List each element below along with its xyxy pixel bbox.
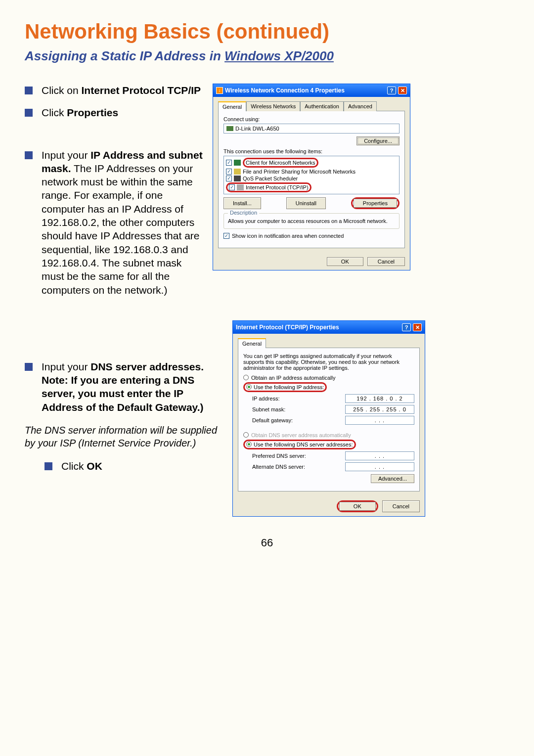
list-item[interactable]: ✓ Client for Microsoft Networks xyxy=(225,157,398,168)
uninstall-button[interactable]: Uninstall xyxy=(286,197,326,209)
window-icon: ↓ xyxy=(216,87,223,94)
alt-dns-label: Alternate DNS server: xyxy=(252,464,321,470)
pref-dns-label: Preferred DNS server: xyxy=(252,453,321,459)
ok-button[interactable]: OK xyxy=(339,502,376,511)
subnet-input[interactable]: 255 . 255 . 255 . 0 xyxy=(345,405,414,414)
tcpip-icon xyxy=(237,184,244,190)
checkbox-icon[interactable]: ✓ xyxy=(226,160,232,166)
tab-authentication[interactable]: Authentication xyxy=(300,101,344,111)
subnet-label: Subnet mask: xyxy=(252,406,321,412)
connection-properties-dialog: ↓ Wireless Network Connection 4 Properti… xyxy=(213,84,410,270)
tab-wireless-networks[interactable]: Wireless Networks xyxy=(246,101,300,111)
subtitle-underline: Windows XP/2000 xyxy=(224,48,334,63)
tab-general[interactable]: General xyxy=(238,338,266,348)
radio-auto-ip[interactable] xyxy=(243,375,249,380)
help-button[interactable]: ? xyxy=(402,323,411,331)
pref-dns-input[interactable]: . . . xyxy=(345,451,414,460)
bullet-1: Click on Internet Protocol TCP/IP xyxy=(42,84,203,97)
description-text: Allows your computer to access resources… xyxy=(228,218,395,224)
checkbox-icon[interactable]: ✓ xyxy=(226,176,232,181)
subtitle-prefix: Assigning a Static IP Address in xyxy=(25,48,224,63)
ip-input[interactable]: 192 . 168 . 0 . 2 xyxy=(345,394,414,403)
printer-icon xyxy=(234,169,241,175)
page-title: Networking Basics (continued) xyxy=(25,20,509,44)
ip-label: IP address: xyxy=(252,396,321,401)
show-icon-label: Show icon in notification area when conn… xyxy=(232,233,344,239)
cancel-button[interactable]: Cancel xyxy=(382,500,420,512)
show-icon-checkbox[interactable]: ✓ xyxy=(223,233,229,239)
bullet-5: Click OK xyxy=(61,459,222,473)
window-title: Internet Protocol (TCP/IP) Properties xyxy=(236,324,400,331)
tab-advanced[interactable]: Advanced xyxy=(344,101,377,111)
alt-dns-input[interactable]: . . . xyxy=(345,462,414,471)
ok-button[interactable]: OK xyxy=(327,257,363,266)
list-item[interactable]: ✓ QoS Packet Scheduler xyxy=(225,175,398,182)
adapter-icon xyxy=(226,126,233,131)
radio-use-ip[interactable] xyxy=(246,384,252,390)
italic-note: The DNS server information will be suppl… xyxy=(25,424,222,449)
configure-button[interactable]: Configure... xyxy=(356,136,400,145)
bullet-icon xyxy=(44,462,52,470)
description-legend: Description xyxy=(228,210,259,216)
qos-icon xyxy=(234,176,241,181)
use-ip-label: Use the following IP address: xyxy=(254,384,324,390)
list-item[interactable]: ✓ File and Printer Sharing for Microsoft… xyxy=(225,168,398,175)
tab-general[interactable]: General xyxy=(218,101,246,111)
checkbox-icon[interactable]: ✓ xyxy=(226,169,232,175)
page-subtitle: Assigning a Static IP Address in Windows… xyxy=(25,48,509,64)
adapter-field: D-Link DWL-A650 xyxy=(223,124,400,133)
client-icon xyxy=(234,160,241,166)
cancel-button[interactable]: Cancel xyxy=(367,257,405,266)
install-button[interactable]: Install... xyxy=(223,197,261,209)
advanced-button[interactable]: Advanced... xyxy=(371,474,414,483)
connect-using-label: Connect using: xyxy=(223,116,400,122)
titlebar: ↓ Wireless Network Connection 4 Properti… xyxy=(213,84,410,97)
checkbox-icon[interactable]: ✓ xyxy=(229,184,235,190)
items-list: ✓ Client for Microsoft Networks ✓ File a… xyxy=(223,156,400,194)
properties-button[interactable]: Properties xyxy=(354,199,397,208)
auto-dns-label: Obtain DNS server address automatically xyxy=(251,432,351,438)
bullet-icon xyxy=(25,151,33,159)
info-text: You can get IP settings assigned automat… xyxy=(243,353,414,371)
items-label: This connection uses the following items… xyxy=(223,148,400,154)
bullet-icon xyxy=(25,109,33,117)
bullet-icon xyxy=(25,87,33,94)
bullet-4: Input your DNS server addresses. Note: I… xyxy=(42,360,222,414)
use-dns-label: Use the following DNS server addresses: xyxy=(254,442,353,447)
tcpip-properties-dialog: Internet Protocol (TCP/IP) Properties ? … xyxy=(232,320,425,517)
radio-auto-dns xyxy=(243,432,249,438)
radio-use-dns[interactable] xyxy=(246,442,252,447)
bullet-2: Click Properties xyxy=(42,106,203,119)
close-button[interactable]: ✕ xyxy=(413,323,422,331)
titlebar: Internet Protocol (TCP/IP) Properties ? … xyxy=(233,321,425,334)
bullet-icon xyxy=(25,363,33,371)
adapter-name: D-Link DWL-A650 xyxy=(235,126,279,132)
list-item[interactable]: ✓ Internet Protocol (TCP/IP) xyxy=(225,182,398,193)
auto-ip-label: Obtain an IP address automatically xyxy=(251,375,335,381)
close-button[interactable]: ✕ xyxy=(398,87,407,94)
window-title: Wireless Network Connection 4 Properties xyxy=(225,87,385,94)
gateway-input[interactable]: . . . xyxy=(345,416,414,425)
page-number: 66 xyxy=(25,536,509,549)
bullet-3: Input your IP Address and subnet mask. T… xyxy=(42,148,203,297)
gateway-label: Default gateway: xyxy=(252,417,321,423)
help-button[interactable]: ? xyxy=(387,87,396,94)
